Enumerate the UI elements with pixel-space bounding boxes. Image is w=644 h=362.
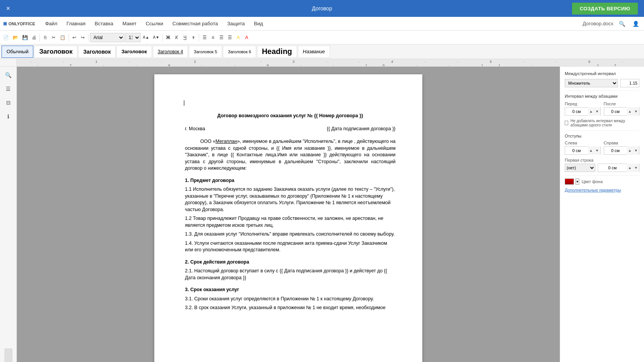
font-decrease-button[interactable]: A▼ [152,33,161,43]
print-button[interactable]: 🖨 [30,33,38,43]
style-heading-en[interactable]: Heading [257,46,297,58]
user-icon[interactable]: 👤 [630,18,641,29]
close-button[interactable]: × [6,5,10,13]
left-indent-label: Слева [565,141,601,145]
style-normal[interactable]: Обычный [2,46,33,58]
before-up-button[interactable]: ▲ [588,107,594,116]
right-panel: Междустрочный интервал Множитель Интерва… [560,67,644,362]
section-2-item-1: 2.1. Настоящий договор вступает в силу с… [185,268,396,281]
align-icon[interactable]: ⊟ [3,97,14,108]
separator-2 [69,34,69,41]
create-version-button[interactable]: СОЗДАТЬ ВЕРСИЮ [572,3,638,15]
section-1-item-2: 1.2 Товар принадлежит Продавцу на праве … [185,215,396,229]
intro-paragraph: ООО «Мегаплан», именуемое в дальнейшем "… [185,138,396,172]
menu-links[interactable]: Ссылки [142,19,167,28]
style-heading2[interactable]: Заголовок [78,46,116,58]
line-spacing-type-select[interactable]: Множитель [565,79,618,87]
open-button[interactable]: 📂 [11,33,20,43]
navigation-icon[interactable]: ☰ [3,84,14,94]
font-color-button[interactable]: A [243,33,250,43]
menu-home[interactable]: Главная [63,19,89,28]
undo-button[interactable]: ↩ [70,33,78,43]
left-indent-down-button[interactable]: ▼ [594,146,600,155]
logo-text: ONLYOFFICE [8,21,35,26]
menu-collaboration[interactable]: Совместная работа [168,19,222,28]
after-up-button[interactable]: ▲ [627,107,633,116]
menu-file[interactable]: Файл [41,19,61,28]
style-heading5[interactable]: Заголовок 5 [189,46,222,58]
first-row-up-button[interactable]: ▲ [627,164,633,172]
intro-text: ООО «Мегаплан», именуемое в дальнейшем "… [185,139,396,171]
left-indent-up-button[interactable]: ▲ [588,146,594,155]
redo-button[interactable]: ↪ [79,33,87,43]
font-increase-button[interactable]: A▲ [141,33,151,43]
document-page[interactable]: | Договор возмездного оказания услуг № {… [154,74,422,362]
content-area: 🔍 ☰ ⊟ ℹ | Договор возмездного оказания у… [0,67,644,362]
new-doc-button[interactable]: 📄 [2,33,10,43]
underline-button[interactable]: Ч [181,33,189,43]
right-indent-down-button[interactable]: ▼ [633,146,639,155]
section-2-title: 2. Срок действия договора [185,259,396,266]
first-row-value-spinner: 0 см ▲ ▼ [598,164,639,172]
align-center-button[interactable]: ≡ [209,33,217,43]
after-label: После [604,102,640,106]
indent-title: Отступы [565,134,639,138]
style-title[interactable]: Название [298,46,330,58]
right-indent-label: Справа [604,141,640,145]
menu-bar: ▣ ONLYOFFICE Файл Главная Вставка Макет … [0,17,644,31]
style-heading6[interactable]: Заголовок 6 [223,46,256,58]
menu-protection[interactable]: Защита [223,19,248,28]
logo: ▣ ONLYOFFICE [3,21,35,26]
zoom-icon[interactable]: 🔍 [3,70,14,80]
line-spacing-value-input[interactable] [620,79,639,87]
divider-1 [565,90,639,91]
copy-button[interactable]: ⎘ [41,33,49,43]
ruler-left-pad [0,59,17,67]
bg-color-dropdown[interactable]: ▼ [575,179,579,185]
menu-view[interactable]: Вид [250,19,267,28]
align-justify-button[interactable]: ☰ [226,33,234,43]
left-sidebar: 🔍 ☰ ⊟ ℹ [0,67,17,362]
style-heading4[interactable]: Заголовок 4 [153,46,188,58]
font-size-select[interactable]: 11 [125,33,141,42]
document-heading: Договор возмездного оказания услуг № {{ … [185,113,396,120]
after-value: 0 см [604,109,627,114]
bold-button[interactable]: Ж [164,33,172,43]
align-left-button[interactable]: ☰ [201,33,208,43]
after-spinner: 0 см ▲ ▼ [604,107,640,116]
before-down-button[interactable]: ▼ [594,107,600,116]
document-scroll-area[interactable]: | Договор возмездного оказания услуг № {… [17,67,560,362]
paste-button[interactable]: 📋 [58,33,67,43]
doc-filename: Договор.docx [583,21,613,26]
line-spacing-title: Междустрочный интервал [565,71,639,76]
advanced-params-link[interactable]: Дополнительные параметры [565,188,639,192]
no-spacing-checkbox[interactable] [565,121,568,125]
styles-toolbar: Обычный Заголовок Заголовок Заголовок За… [0,44,644,59]
strikethrough-button[interactable]: т [190,33,197,43]
section-3-title: 3. Срок оказания услуг [185,287,396,293]
font-family-select[interactable]: Arial [90,33,124,42]
cut-button[interactable]: ✂ [50,33,57,43]
style-heading1[interactable]: Заголовок [34,46,77,58]
save-button[interactable]: 💾 [21,33,29,43]
first-row-type-select[interactable]: (нет) [565,164,595,172]
right-indent-up-button[interactable]: ▲ [627,146,633,155]
section-1-item-1: 1.1 Исполнитель обязуется по заданию Зак… [185,186,396,213]
section-3-item-2: 3.2. В срок оказания Услуги, указанный в… [185,305,396,311]
first-row-down-button[interactable]: ▼ [633,164,639,172]
before-value: 0 см [565,109,588,114]
menu-layout[interactable]: Макет [119,19,141,28]
left-indent-value: 0 см [565,148,588,153]
no-spacing-label: Не добавлять интервал между абзацами одн… [570,119,639,127]
align-right-button[interactable]: ☰ [217,33,225,43]
style-heading3[interactable]: Заголовок [116,46,152,58]
menu-insert[interactable]: Вставка [91,19,117,28]
info-icon[interactable]: ℹ [3,111,14,122]
separator-4 [162,34,163,41]
bg-color-picker[interactable] [565,179,574,185]
after-down-button[interactable]: ▼ [633,107,639,116]
highlight-button[interactable]: A [234,33,242,43]
search-icon[interactable]: 🔍 [616,18,627,29]
italic-button[interactable]: К [173,33,180,43]
before-label: Перед [565,102,601,106]
